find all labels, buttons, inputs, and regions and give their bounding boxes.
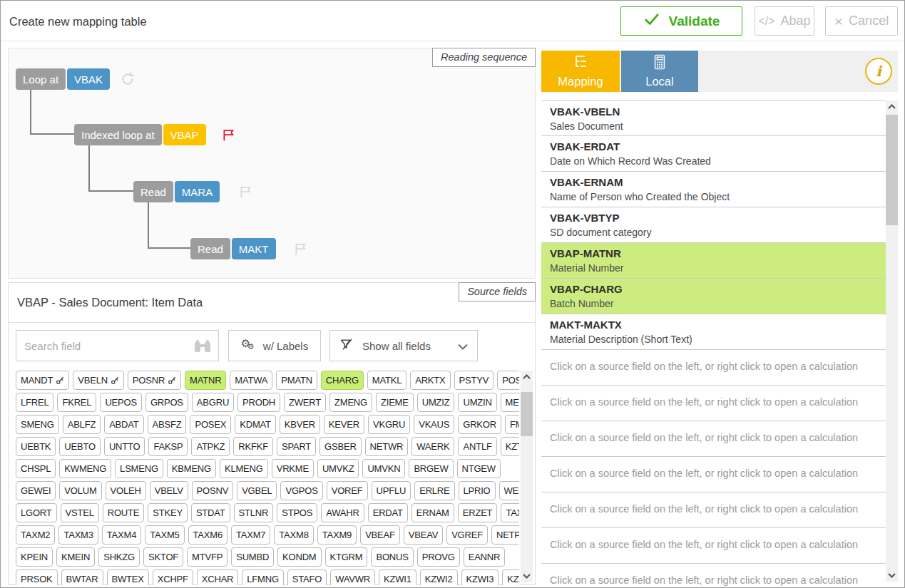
field-button-vrkme[interactable]: VRKME	[272, 459, 314, 478]
field-button-absfz[interactable]: ABSFZ	[148, 415, 187, 434]
mapping-row-vbak-ernam[interactable]: VBAK-ERNAMName of Person who Created the…	[541, 172, 886, 207]
field-button-stlnr[interactable]: STLNR	[234, 503, 274, 522]
scroll-down-icon[interactable]	[886, 569, 898, 582]
field-button-lprio[interactable]: LPRIO	[459, 481, 496, 500]
field-button-vkgru[interactable]: VKGRU	[368, 415, 410, 434]
abap-button[interactable]: </> Abap	[755, 6, 814, 36]
field-button-brgew[interactable]: BRGEW	[409, 459, 453, 478]
mapping-placeholder-row[interactable]: Click on a source field on the left, or …	[541, 492, 886, 528]
node-table-chip-vbap[interactable]: VBAP	[163, 124, 206, 145]
field-button-taxm6[interactable]: TAXM6	[188, 525, 227, 545]
mapping-row-vbap-matnr[interactable]: VBAP-MATNRMaterial Number	[541, 243, 886, 279]
field-button-erdat[interactable]: ERDAT	[368, 503, 408, 522]
node-action-chip[interactable]: Loop at	[16, 68, 66, 90]
field-button-prsok[interactable]: PRSOK	[16, 569, 58, 585]
field-button-mtvfp[interactable]: MTVFP	[187, 547, 227, 567]
field-button-taxm2[interactable]: TAXM2	[16, 525, 55, 545]
field-button-zmeng[interactable]: ZMENG	[329, 393, 372, 412]
field-button-antlf[interactable]: ANTLF	[458, 437, 496, 456]
field-button-meins[interactable]: MEINS	[501, 393, 519, 412]
field-button-umvkn[interactable]: UMVKN	[362, 459, 405, 478]
validate-button[interactable]: Validate	[620, 6, 742, 36]
field-button-kbmeng[interactable]: KBMENG	[167, 459, 216, 478]
field-button-pmatn[interactable]: PMATN	[276, 371, 317, 390]
field-button-upflu[interactable]: UPFLU	[372, 481, 411, 500]
field-button-grpos[interactable]: GRPOS	[145, 393, 188, 412]
field-button-vbeav[interactable]: VBEAV	[404, 525, 443, 545]
field-button-ablfz[interactable]: ABLFZ	[63, 415, 101, 434]
mapping-placeholder-row[interactable]: Click on a source field on the left, or …	[541, 564, 886, 588]
field-button-netwr[interactable]: NETWR	[365, 437, 409, 456]
field-button-bwtar[interactable]: BWTAR	[61, 569, 103, 585]
field-button-shkzg[interactable]: SHKZG	[98, 547, 140, 567]
field-button-abgru[interactable]: ABGRU	[192, 393, 234, 412]
tab-mapping[interactable]: Mapping	[541, 51, 620, 92]
search-input[interactable]	[16, 331, 218, 361]
field-button-provg[interactable]: PROVG	[417, 547, 460, 567]
mapping-row-vbak-vbeln[interactable]: VBAK-VBELNSales Document	[541, 100, 886, 136]
field-button-fkrel[interactable]: FKREL	[57, 393, 96, 412]
node-table-chip-makt[interactable]: MAKT	[232, 238, 276, 259]
field-button-bwtex[interactable]: BWTEX	[107, 569, 149, 585]
field-button-vbeaf[interactable]: VBEAF	[360, 525, 400, 545]
mapping-row-makt-maktx[interactable]: MAKT-MAKTXMaterial Description (Short Te…	[541, 314, 886, 350]
field-button-taxm7[interactable]: TAXM7	[231, 525, 270, 545]
scrollbar-thumb[interactable]	[886, 115, 898, 225]
field-button-uebtk[interactable]: UEBTK	[16, 437, 56, 456]
field-button-bonus[interactable]: BONUS	[371, 547, 413, 567]
field-button-lsmeng[interactable]: LSMENG	[115, 459, 163, 478]
field-button-taxm8[interactable]: TAXM8	[274, 525, 313, 545]
mapping-placeholder-row[interactable]: Click on a source field on the left, or …	[541, 350, 886, 386]
field-button-voleh[interactable]: VOLEH	[106, 481, 146, 500]
field-button-gsber[interactable]: GSBER	[319, 437, 362, 456]
field-button-xchar[interactable]: XCHAR	[197, 569, 239, 585]
field-button-umzin[interactable]: UMZIN	[458, 393, 496, 412]
field-button-eannr[interactable]: EANNR	[464, 547, 506, 567]
field-button-uepos[interactable]: UEPOS	[100, 393, 142, 412]
field-button-umziz[interactable]: UMZIZ	[417, 393, 455, 412]
field-button-smeng[interactable]: SMENG	[16, 415, 59, 434]
scroll-down-icon[interactable]	[521, 570, 533, 582]
field-button-ernam[interactable]: ERNAM	[411, 503, 454, 522]
field-button-posex[interactable]: POSEX	[190, 415, 231, 434]
field-button-kever[interactable]: KEVER	[324, 415, 364, 434]
field-button-prodh[interactable]: PRODH	[237, 393, 280, 412]
field-button-vgbel[interactable]: VGBEL	[237, 481, 277, 500]
field-button-chspl[interactable]: CHSPL	[16, 459, 56, 478]
node-action-chip[interactable]: Read	[133, 181, 173, 202]
field-button-wavwr[interactable]: WAVWR	[330, 569, 375, 585]
field-button-voref[interactable]: VOREF	[327, 481, 368, 500]
cancel-button[interactable]: × Cancel	[825, 6, 898, 36]
field-button-ntgew[interactable]: NTGEW	[457, 459, 501, 478]
field-button-posnv[interactable]: POSNV	[192, 481, 234, 500]
field-button-kpein[interactable]: KPEIN	[16, 547, 53, 567]
field-button-vbelv[interactable]: VBELV	[150, 481, 188, 500]
field-button-erzet[interactable]: ERZET	[458, 503, 498, 522]
field-button-atpkz[interactable]: ATPKZ	[191, 437, 230, 456]
field-button-kzwi2[interactable]: KZWI2	[420, 569, 458, 585]
red-flag-icon[interactable]	[221, 128, 236, 143]
field-button-stafo[interactable]: STAFO	[287, 569, 327, 585]
field-button-lfmng[interactable]: LFMNG	[242, 569, 284, 585]
tree-node-vbak[interactable]: Loop at VBAK	[16, 68, 135, 90]
field-button-kbver[interactable]: KBVER	[280, 415, 320, 434]
mapping-list-scrollbar[interactable]	[886, 100, 898, 582]
with-labels-button[interactable]: ⚙⚙ w/ Labels	[228, 330, 321, 361]
field-button-zwert[interactable]: ZWERT	[284, 393, 326, 412]
field-button-pstyv[interactable]: PSTYV	[454, 371, 494, 390]
field-button-matkl[interactable]: MATKL	[367, 371, 407, 390]
field-button-vgpos[interactable]: VGPOS	[280, 481, 322, 500]
field-button-taxm4[interactable]: TAXM4	[102, 525, 141, 545]
field-button-netpr[interactable]: NETPR	[491, 525, 519, 545]
field-button-erlre[interactable]: ERLRE	[414, 481, 454, 500]
field-button-xchpf[interactable]: XCHPF	[153, 569, 193, 585]
field-button-stkey[interactable]: STKEY	[148, 503, 188, 522]
field-button-sumbd[interactable]: SUMBD	[231, 547, 274, 567]
field-filter-dropdown[interactable]: Show all fields	[329, 330, 478, 361]
field-button-arktx[interactable]: ARKTX	[410, 371, 450, 390]
field-button-charg[interactable]: CHARG	[321, 371, 364, 390]
field-button-untto[interactable]: UNTTO	[104, 437, 145, 456]
field-button-taxm1[interactable]: TAXM1	[501, 503, 519, 522]
mapping-row-vbak-vbtyp[interactable]: VBAK-VBTYPSD document category	[541, 207, 886, 243]
info-icon[interactable]: i	[865, 58, 892, 85]
